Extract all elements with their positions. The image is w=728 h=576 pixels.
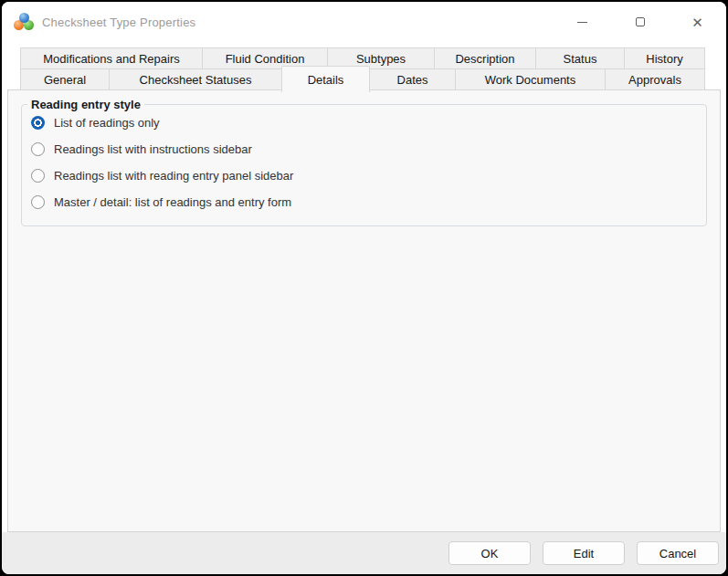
radio-unselected-icon	[31, 195, 45, 209]
close-button[interactable]: ✕	[669, 2, 726, 42]
tab-history[interactable]: History	[624, 47, 705, 69]
radio-option-label: Readings list with instructions sidebar	[54, 142, 252, 156]
tab-row-2: General Checksheet Statuses Details Date…	[20, 68, 705, 90]
tab-general[interactable]: General	[20, 68, 110, 90]
details-tab-panel: Reading entry style List of readings onl…	[7, 89, 721, 532]
tab-description[interactable]: Description	[434, 47, 536, 69]
radio-option-master-detail[interactable]: Master / detail: list of readings and en…	[31, 194, 706, 210]
maximize-icon	[636, 17, 645, 26]
radio-selected-icon	[31, 116, 45, 130]
dialog-footer: OK Edit Cancel	[2, 532, 726, 574]
maximize-button[interactable]	[611, 2, 669, 42]
window-title: Checksheet Type Properties	[42, 16, 195, 29]
radio-option-label: Master / detail: list of readings and en…	[54, 195, 291, 209]
cancel-button[interactable]: Cancel	[637, 541, 719, 565]
ok-button[interactable]: OK	[448, 541, 531, 565]
tab-modifications-and-repairs[interactable]: Modifications and Repairs	[20, 47, 203, 69]
radio-option-label: Readings list with reading entry panel s…	[54, 169, 293, 183]
minimize-button[interactable]	[554, 2, 611, 42]
tab-work-documents[interactable]: Work Documents	[455, 68, 606, 90]
reading-entry-style-groupbox: Reading entry style List of readings onl…	[21, 98, 707, 226]
groupbox-title: Reading entry style	[27, 98, 144, 111]
tab-approvals[interactable]: Approvals	[605, 68, 705, 90]
close-icon: ✕	[691, 16, 703, 29]
tab-details[interactable]: Details	[281, 66, 370, 92]
dialog-window: Checksheet Type Properties ✕ Modificatio…	[2, 2, 726, 574]
radio-unselected-icon	[31, 169, 45, 183]
tab-dates[interactable]: Dates	[369, 68, 456, 90]
logo-sphere-blue	[19, 13, 29, 23]
edit-button[interactable]: Edit	[543, 541, 625, 565]
title-bar: Checksheet Type Properties ✕	[2, 2, 726, 42]
tab-status[interactable]: Status	[535, 47, 625, 69]
minimize-icon	[577, 22, 587, 23]
radio-option-readings-list-entry-panel-sidebar[interactable]: Readings list with reading entry panel s…	[31, 168, 706, 183]
radio-option-readings-list-instructions-sidebar[interactable]: Readings list with instructions sidebar	[31, 141, 706, 157]
tab-checksheet-statuses[interactable]: Checksheet Statuses	[109, 68, 282, 90]
radio-unselected-icon	[31, 142, 45, 156]
radio-option-label: List of readings only	[54, 116, 160, 130]
window-controls: ✕	[554, 2, 726, 42]
app-logo-icon	[14, 13, 34, 31]
radio-option-list-of-readings-only[interactable]: List of readings only	[31, 115, 706, 131]
